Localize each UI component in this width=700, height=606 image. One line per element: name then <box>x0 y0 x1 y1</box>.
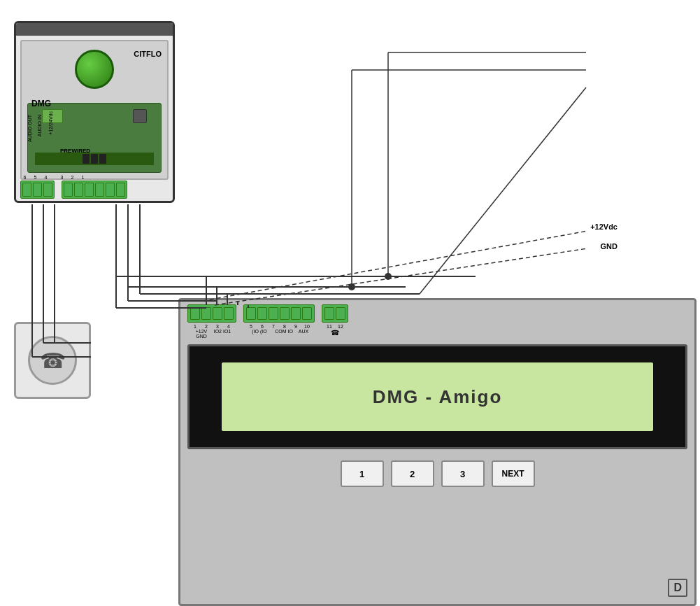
door-phone: ☎ <box>14 322 91 399</box>
audio-in-label: AUDIO IN <box>37 115 42 136</box>
citflo-top-bar <box>16 23 173 36</box>
svg-point-9 <box>385 273 392 280</box>
button-1[interactable]: 1 <box>341 460 384 487</box>
voltage-label: +12/24Vdc <box>48 111 53 135</box>
citflo-indicator <box>75 50 114 89</box>
amigo-lcd-text: DMG - Amigo <box>373 386 503 408</box>
amigo-lcd: DMG - Amigo <box>222 362 653 431</box>
citflo-terminal-nums: 6 5 4 3 2 1 <box>20 175 169 180</box>
amigo-terminal-section: 1 2 3 4 +12V GND IO2 IO1 <box>180 300 694 340</box>
svg-point-14 <box>348 283 355 290</box>
button-2[interactable]: 2 <box>391 460 434 487</box>
svg-line-20 <box>215 248 587 305</box>
door-phone-symbol: ☎ <box>28 336 77 385</box>
amigo-screen: DMG - Amigo <box>187 344 687 449</box>
audio-out-label: AUDIO OUT <box>27 115 32 142</box>
button-next[interactable]: NEXT <box>492 460 535 487</box>
amigo-buttons-row: 1 2 3 NEXT <box>180 453 694 494</box>
button-3[interactable]: 3 <box>441 460 485 487</box>
citflo-inner: DMG CITFLO PREWIRED AUDIO OUT AUDIO IN +… <box>20 40 169 180</box>
citflo-terminals <box>20 180 169 199</box>
svg-line-18 <box>420 87 586 294</box>
voltage-label: +12Vdc <box>590 223 617 231</box>
citflo-prewired-label: PREWIRED <box>60 148 90 154</box>
citflo-pcb <box>27 103 162 173</box>
svg-line-19 <box>203 231 587 301</box>
citflo-module: DMG CITFLO PREWIRED AUDIO OUT AUDIO IN +… <box>14 21 175 203</box>
citflo-model-label: CITFLO <box>134 50 162 58</box>
citflo-brand-label: DMG <box>31 99 51 108</box>
gnd-label: GND <box>601 242 617 251</box>
amigo-logo: D <box>668 579 687 597</box>
amigo-panel: 1 2 3 4 +12V GND IO2 IO1 <box>178 298 697 606</box>
